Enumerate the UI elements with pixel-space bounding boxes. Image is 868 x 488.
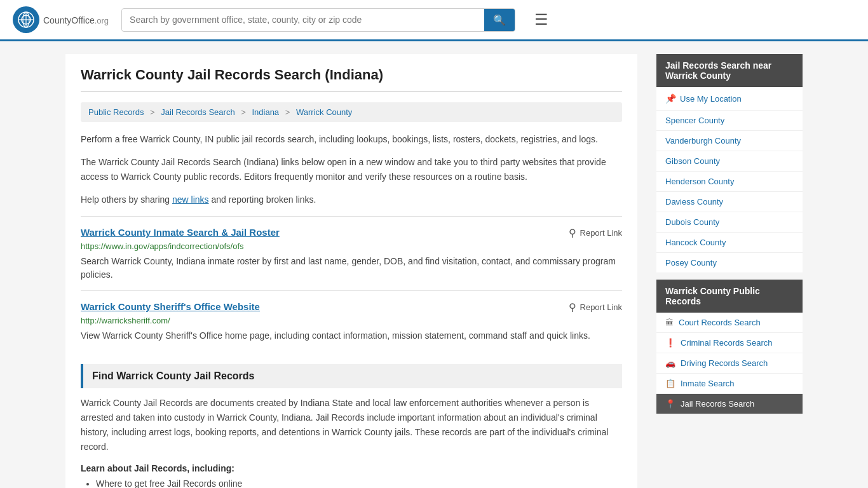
logo-icon [13, 6, 39, 33]
logo-link[interactable]: CountyOffice.org [13, 6, 109, 33]
sidebar-county-dubois[interactable]: Dubois County [656, 212, 803, 233]
result-url-1: https://www.in.gov/apps/indcorrection/of… [81, 241, 622, 251]
use-location-link[interactable]: Use My Location [680, 94, 742, 104]
sidebar-court-records[interactable]: 🏛 Court Records Search [656, 313, 803, 333]
main-content: Warrick County Jail Records Search (Indi… [65, 54, 637, 488]
report-link-icon-1: ⚲ [569, 227, 576, 239]
sidebar-county-spencer[interactable]: Spencer County [656, 111, 803, 131]
sidebar-driving-records[interactable]: 🚗 Driving Records Search [656, 353, 803, 374]
breadcrumb-jail-records[interactable]: Jail Records Search [161, 107, 234, 117]
sidebar-county-hancock[interactable]: Hancock County [656, 233, 803, 253]
pin-icon: 📌 [665, 93, 676, 104]
breadcrumb-indiana[interactable]: Indiana [252, 107, 279, 117]
breadcrumb-warrick-county[interactable]: Warrick County [296, 107, 352, 117]
search-bar: 🔍 [121, 8, 515, 32]
inmate-icon: 📋 [665, 379, 675, 388]
sidebar-county-vanderburgh[interactable]: Vanderburgh County [656, 131, 803, 151]
report-link-icon-2: ⚲ [569, 301, 576, 313]
menu-icon[interactable]: ☰ [534, 11, 548, 29]
logo-wordmark: CountyOffice.org [43, 13, 109, 27]
site-header: CountyOffice.org 🔍 ☰ [0, 0, 868, 41]
report-link-2[interactable]: ⚲ Report Link [569, 301, 622, 313]
report-link-1[interactable]: ⚲ Report Link [569, 227, 622, 239]
result-item-1: Warrick County Inmate Search & Jail Rost… [81, 216, 622, 290]
sidebar-nearby-heading: Jail Records Search near Warrick County [656, 54, 803, 87]
search-input[interactable] [122, 10, 484, 30]
result-item-2: Warrick County Sheriff's Office Website … [81, 290, 622, 351]
description-1: Perform a free Warrick County, IN public… [81, 132, 622, 146]
page-title: Warrick County Jail Records Search (Indi… [81, 67, 622, 92]
bullet-list: Where to get free Jail Records online [81, 478, 622, 488]
sidebar-county-posey[interactable]: Posey County [656, 253, 803, 273]
sidebar-inmate-search[interactable]: 📋 Inmate Search [656, 374, 803, 394]
result-title-2[interactable]: Warrick County Sheriff's Office Website [81, 301, 260, 312]
search-icon: 🔍 [493, 15, 506, 25]
description-3: Help others by sharing new links and rep… [81, 193, 622, 207]
learn-heading: Learn about Jail Records, including: [81, 463, 622, 473]
criminal-icon: ❗ [665, 338, 675, 348]
result-url-2: http://warricksheriff.com/ [81, 316, 622, 325]
sidebar-county-daviess[interactable]: Daviess County [656, 192, 803, 212]
sidebar-jail-records-active[interactable]: 📍 Jail Records Search [656, 394, 803, 414]
sidebar: Jail Records Search near Warrick County … [656, 54, 803, 488]
page-wrapper: Warrick County Jail Records Search (Indi… [53, 41, 815, 488]
result-desc-2: View Warrick County Sheriff's Office hom… [81, 329, 622, 342]
sidebar-county-henderson[interactable]: Henderson County [656, 172, 803, 192]
sidebar-criminal-records[interactable]: ❗ Criminal Records Search [656, 333, 803, 353]
breadcrumb: Public Records > Jail Records Search > I… [81, 102, 622, 122]
jail-icon: 📍 [665, 399, 675, 409]
sidebar-nearby-section: Jail Records Search near Warrick County … [656, 54, 803, 273]
sidebar-public-records-heading: Warrick County Public Records [656, 280, 803, 313]
result-desc-1: Search Warrick County, Indiana inmate ro… [81, 255, 622, 281]
list-item: Where to get free Jail Records online [96, 478, 622, 488]
search-button[interactable]: 🔍 [484, 9, 515, 31]
sidebar-public-records-section: Warrick County Public Records 🏛 Court Re… [656, 280, 803, 414]
new-links-link[interactable]: new links [172, 194, 209, 205]
section-heading: Find Warrick County Jail Records [81, 364, 622, 388]
description-2: The Warrick County Jail Records Search (… [81, 155, 622, 184]
result-title-1[interactable]: Warrick County Inmate Search & Jail Rost… [81, 227, 280, 238]
breadcrumb-public-records[interactable]: Public Records [88, 107, 144, 117]
sidebar-county-gibson[interactable]: Gibson County [656, 151, 803, 172]
body-text: Warrick County Jail Records are document… [81, 396, 622, 454]
use-location-item[interactable]: 📌 Use My Location [656, 87, 803, 111]
court-icon: 🏛 [665, 318, 674, 327]
driving-icon: 🚗 [665, 358, 675, 368]
